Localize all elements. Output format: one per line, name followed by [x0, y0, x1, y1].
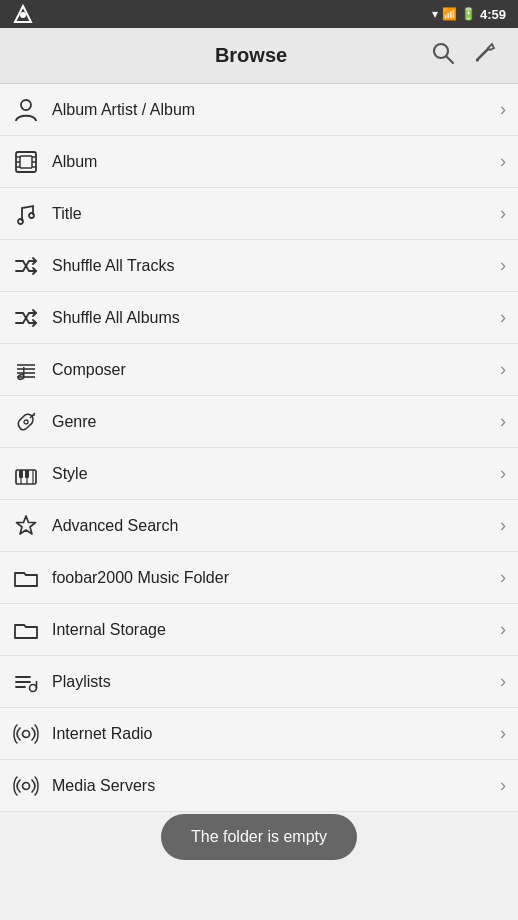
browse-list: Album Artist / Album › Album › Title › S… — [0, 84, 518, 812]
empty-folder-notice: The folder is empty — [161, 814, 357, 860]
shuffle-icon — [8, 253, 44, 279]
chevron-icon: › — [500, 671, 506, 692]
list-item-album[interactable]: Album › — [0, 136, 518, 188]
signal-icon: 📶 — [442, 7, 457, 21]
list-item-label: Advanced Search — [52, 517, 496, 535]
list-item-album-artist-album[interactable]: Album Artist / Album › — [0, 84, 518, 136]
list-item-internal-storage[interactable]: Internal Storage › — [0, 604, 518, 656]
header: Browse — [0, 28, 518, 84]
piano-icon — [8, 461, 44, 487]
list-item-composer[interactable]: Composer › — [0, 344, 518, 396]
shuffle-albums-icon — [8, 305, 44, 331]
list-item-label: Shuffle All Albums — [52, 309, 496, 327]
star-icon — [8, 513, 44, 539]
svg-point-5 — [476, 58, 479, 61]
settings-button[interactable] — [468, 36, 502, 76]
playlist-icon — [8, 669, 44, 695]
list-item-shuffle-all-albums[interactable]: Shuffle All Albums › — [0, 292, 518, 344]
composer-icon — [8, 357, 44, 383]
chevron-icon: › — [500, 775, 506, 796]
chevron-icon: › — [500, 359, 506, 380]
svg-point-1 — [20, 12, 26, 18]
page-title: Browse — [76, 44, 426, 67]
app-logo-icon — [12, 3, 34, 25]
list-item-label: Genre — [52, 413, 496, 431]
svg-marker-32 — [17, 516, 36, 534]
svg-rect-8 — [20, 156, 32, 168]
list-item-label: Composer — [52, 361, 496, 379]
list-item-playlists[interactable]: Playlists › — [0, 656, 518, 708]
chevron-icon: › — [500, 203, 506, 224]
chevron-icon: › — [500, 151, 506, 172]
chevron-icon: › — [500, 411, 506, 432]
album-icon — [8, 149, 44, 175]
list-item-label: Album — [52, 153, 496, 171]
status-bar-right: ▾ 📶 🔋 4:59 — [432, 7, 506, 22]
music-note-icon — [8, 201, 44, 227]
list-item-label: Media Servers — [52, 777, 496, 795]
list-item-advanced-search[interactable]: Advanced Search › — [0, 500, 518, 552]
status-bar-left — [12, 3, 34, 25]
chevron-icon: › — [500, 463, 506, 484]
svg-point-23 — [24, 420, 28, 424]
svg-point-6 — [21, 100, 31, 110]
chevron-icon: › — [500, 255, 506, 276]
search-button[interactable] — [426, 36, 460, 76]
battery-icon: 🔋 — [461, 7, 476, 21]
folder-storage-icon — [8, 617, 44, 643]
list-item-style[interactable]: Style › — [0, 448, 518, 500]
header-icons — [426, 36, 502, 76]
chevron-icon: › — [500, 515, 506, 536]
list-item-label: Internet Radio — [52, 725, 496, 743]
list-item-internet-radio[interactable]: Internet Radio › — [0, 708, 518, 760]
svg-point-36 — [30, 684, 37, 691]
list-item-label: Style — [52, 465, 496, 483]
svg-point-15 — [18, 219, 23, 224]
list-item-genre[interactable]: Genre › — [0, 396, 518, 448]
list-item-label: Internal Storage — [52, 621, 496, 639]
settings-icon — [472, 40, 498, 66]
search-icon — [430, 40, 456, 66]
chevron-icon: › — [500, 619, 506, 640]
wifi-icon: ▾ — [432, 7, 438, 21]
svg-point-16 — [29, 213, 34, 218]
svg-point-39 — [23, 782, 30, 789]
list-item-title[interactable]: Title › — [0, 188, 518, 240]
list-item-label: Playlists — [52, 673, 496, 691]
chevron-icon: › — [500, 567, 506, 588]
list-item-foobar2000-music-folder[interactable]: foobar2000 Music Folder › — [0, 552, 518, 604]
list-item-media-servers[interactable]: Media Servers › — [0, 760, 518, 812]
radio-icon — [8, 721, 44, 747]
guitar-icon — [8, 409, 44, 435]
svg-line-3 — [447, 56, 454, 63]
media-server-icon — [8, 773, 44, 799]
list-item-label: Shuffle All Tracks — [52, 257, 496, 275]
status-bar: ▾ 📶 🔋 4:59 — [0, 0, 518, 28]
list-item-label: Album Artist / Album — [52, 101, 496, 119]
list-item-label: Title — [52, 205, 496, 223]
svg-line-4 — [477, 49, 488, 60]
svg-point-38 — [23, 730, 30, 737]
chevron-icon: › — [500, 307, 506, 328]
list-item-label: foobar2000 Music Folder — [52, 569, 496, 587]
chevron-icon: › — [500, 723, 506, 744]
folder-icon — [8, 565, 44, 591]
chevron-icon: › — [500, 99, 506, 120]
status-time: 4:59 — [480, 7, 506, 22]
list-item-shuffle-all-tracks[interactable]: Shuffle All Tracks › — [0, 240, 518, 292]
person-icon — [8, 97, 44, 123]
